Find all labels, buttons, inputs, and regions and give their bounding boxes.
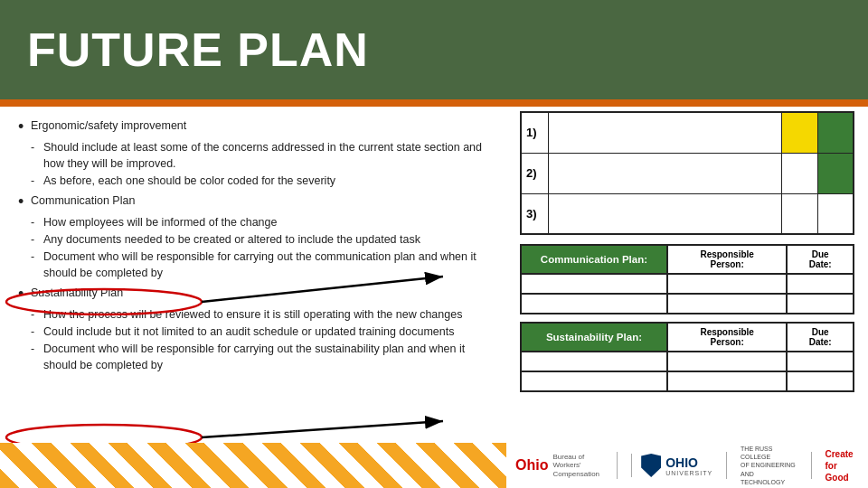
divider xyxy=(726,452,727,479)
table-row: 3) xyxy=(521,193,854,234)
empty-cell xyxy=(787,352,854,371)
table-row xyxy=(521,274,854,294)
bullet-icon: • xyxy=(18,285,31,305)
list-item: - How employees will be informed of the … xyxy=(18,214,497,230)
sub-text: As before, each one should be color code… xyxy=(43,173,497,189)
sub-text: Document who will be responsible for car… xyxy=(43,341,497,373)
bullet-icon: • xyxy=(18,117,31,137)
russ-college-text: THE RUSS COLLEGEOF ENGINEERINGAND TECHNO… xyxy=(741,445,797,485)
main-content: • Ergonomic/safety improvement - Should … xyxy=(0,107,868,443)
bwc-text: Bureau of Workers'Compensation xyxy=(552,453,603,479)
hazard-stripe: Ohio Bureau of Workers'Compensation OHIO… xyxy=(0,443,868,488)
communication-plan-label: Communication Plan xyxy=(31,192,497,212)
header: FUTURE PLAN xyxy=(0,0,868,99)
divider xyxy=(617,452,618,479)
sub-text: Any documents needed to be created or al… xyxy=(43,231,497,248)
communication-plan-table: Communication Plan: ResponsiblePerson: D… xyxy=(520,244,854,314)
plan-label: Communication Plan: xyxy=(521,245,667,274)
ohio-university-logo: OHIO UNIVERSITY xyxy=(631,454,712,477)
page-title: FUTURE PLAN xyxy=(27,23,369,77)
ohio-bwc-logo: Ohio Bureau of Workers'Compensation xyxy=(515,453,603,479)
dash-icon: - xyxy=(31,139,43,172)
sub-text: Document who will be responsible for car… xyxy=(43,249,497,281)
table-row: Communication Plan: ResponsiblePerson: D… xyxy=(521,245,854,274)
empty-cell xyxy=(781,153,817,193)
dash-icon: - xyxy=(31,214,43,230)
bullet-icon: • xyxy=(18,192,31,212)
sustainability-plan-label: Sustainability Plan xyxy=(31,285,497,305)
list-item: • Ergonomic/safety improvement xyxy=(18,117,497,137)
empty-cell xyxy=(521,294,667,314)
communication-plan-section: Communication Plan: ResponsiblePerson: D… xyxy=(520,244,854,314)
plan-label: Sustainability Plan: xyxy=(521,323,667,352)
sub-text: Could include but it not limited to an a… xyxy=(43,324,497,340)
row-content-cell xyxy=(548,193,781,234)
table-row xyxy=(521,371,854,391)
list-item: - How the process will be reviewed to en… xyxy=(18,306,497,323)
dash-icon: - xyxy=(31,249,43,281)
footer-logos: Ohio Bureau of Workers'Compensation OHIO… xyxy=(506,443,868,488)
empty-cell xyxy=(667,371,787,391)
green-cell xyxy=(817,153,854,193)
row-number: 2) xyxy=(521,153,548,193)
empty-cell xyxy=(781,193,817,234)
university-text: UNIVERSITY xyxy=(665,470,712,476)
table-row: 2) xyxy=(521,153,854,193)
row-content-cell xyxy=(548,112,781,153)
dash-icon: - xyxy=(31,341,43,373)
list-item: - Document who will be responsible for c… xyxy=(18,249,497,281)
bullet-text: Ergonomic/safety improvement xyxy=(31,117,497,137)
right-panel: 1) 2) 3) xyxy=(515,107,868,443)
dash-icon: - xyxy=(31,324,43,340)
empty-cell xyxy=(817,193,854,234)
table-row xyxy=(521,352,854,371)
table-row xyxy=(521,294,854,314)
sub-text: How employees will be informed of the ch… xyxy=(43,214,497,230)
dash-icon: - xyxy=(31,231,43,248)
divider xyxy=(811,452,812,479)
numbered-table: 1) 2) 3) xyxy=(520,111,854,235)
list-item: - As before, each one should be color co… xyxy=(18,173,497,189)
due-label: DueDate: xyxy=(787,245,854,274)
shield-icon xyxy=(641,454,661,477)
ohio-text: Ohio xyxy=(515,457,548,474)
dash-icon: - xyxy=(31,306,43,323)
list-item: - Should include at least some of the co… xyxy=(18,139,497,172)
sub-text: Should include at least some of the conc… xyxy=(43,139,497,172)
due-label: DueDate: xyxy=(787,323,854,352)
left-panel: • Ergonomic/safety improvement - Should … xyxy=(0,107,515,443)
list-item: • Communication Plan xyxy=(18,192,497,212)
orange-stripe xyxy=(0,99,868,107)
sustainability-plan-section: Sustainability Plan: ResponsiblePerson: … xyxy=(520,322,854,392)
green-cell xyxy=(817,112,854,153)
empty-cell xyxy=(787,274,854,294)
table-row: 1) xyxy=(521,112,854,153)
empty-cell xyxy=(787,371,854,391)
list-item: • Sustainability Plan xyxy=(18,285,497,305)
empty-cell xyxy=(667,294,787,314)
empty-cell xyxy=(667,352,787,371)
empty-cell xyxy=(667,274,787,294)
svg-line-4 xyxy=(202,421,443,437)
create-for-good-text: Createfor Good xyxy=(826,448,860,483)
responsible-label: ResponsiblePerson: xyxy=(667,323,787,352)
empty-cell xyxy=(787,294,854,314)
sub-text: How the process will be reviewed to ensu… xyxy=(43,306,497,323)
list-item: - Any documents needed to be created or … xyxy=(18,231,497,248)
empty-cell xyxy=(521,352,667,371)
responsible-label: ResponsiblePerson: xyxy=(667,245,787,274)
ohio-univ-text: OHIO xyxy=(665,455,712,470)
list-item: - Could include but it not limited to an… xyxy=(18,324,497,340)
row-number: 3) xyxy=(521,193,548,234)
sustainability-plan-table: Sustainability Plan: ResponsiblePerson: … xyxy=(520,322,854,392)
table-row: Sustainability Plan: ResponsiblePerson: … xyxy=(521,323,854,352)
row-number: 1) xyxy=(521,112,548,153)
list-item: - Document who will be responsible for c… xyxy=(18,341,497,373)
empty-cell xyxy=(521,274,667,294)
yellow-cell xyxy=(781,112,817,153)
empty-cell xyxy=(521,371,667,391)
row-content-cell xyxy=(548,153,781,193)
dash-icon: - xyxy=(31,173,43,189)
